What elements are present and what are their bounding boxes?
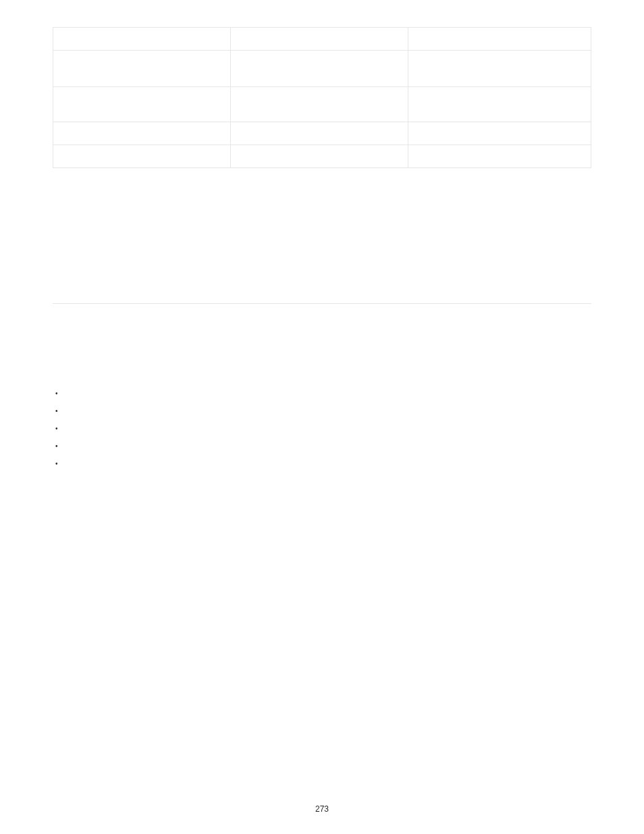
data-table [53, 27, 591, 168]
table-cell [231, 122, 408, 145]
section-divider [53, 303, 591, 304]
table-row [53, 87, 591, 122]
table-cell [53, 122, 231, 145]
document-page: 273 [0, 0, 644, 834]
table-row [53, 145, 591, 168]
list-item [55, 455, 591, 473]
page-number: 273 [0, 804, 644, 814]
table-cell [231, 28, 408, 51]
table-cell [408, 87, 591, 122]
table-cell [408, 28, 591, 51]
table-cell [231, 87, 408, 122]
table-cell [53, 51, 231, 87]
table-row [53, 51, 591, 87]
bullet-list [55, 385, 591, 473]
table-cell [53, 145, 231, 168]
list-item [55, 385, 591, 402]
table-cell [53, 28, 231, 51]
table-cell [408, 145, 591, 168]
table-cell [53, 87, 231, 122]
table-cell [231, 145, 408, 168]
table-row [53, 28, 591, 51]
table-cell [231, 51, 408, 87]
list-item [55, 420, 591, 438]
list-item [55, 402, 591, 420]
table-cell [408, 122, 591, 145]
table-row [53, 122, 591, 145]
list-item [55, 438, 591, 455]
table-cell [408, 51, 591, 87]
